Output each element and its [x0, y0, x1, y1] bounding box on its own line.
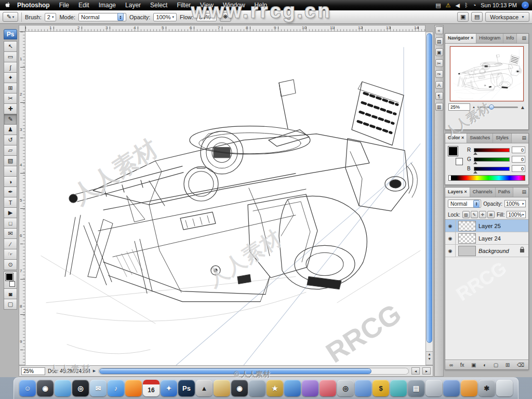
zoom-tool[interactable]: ⊙	[4, 259, 17, 270]
dock-app-blue-icon[interactable]	[55, 380, 71, 396]
vertical-scroll-arrows[interactable]: ▴▾	[426, 351, 433, 365]
menu-layer[interactable]: Layer	[121, 0, 145, 10]
dock-ical-icon[interactable]: 16	[143, 380, 159, 396]
quick-mask-button[interactable]: ◙	[4, 288, 17, 299]
scroll-right-arrow[interactable]: ▸	[422, 367, 431, 375]
brushes-panel-icon[interactable]: ✑	[435, 70, 443, 78]
actions-panel-icon[interactable]: ▣	[435, 48, 443, 56]
dock-orb-icon[interactable]	[284, 380, 301, 396]
menu-image[interactable]: Image	[94, 0, 121, 10]
horizontal-scrollbar-thumb[interactable]	[99, 368, 371, 374]
layer-fill-field[interactable]: 100% ▸	[507, 211, 526, 218]
opacity-field[interactable]: 100% ▾	[153, 13, 177, 21]
menu-view[interactable]: View	[195, 0, 218, 10]
channel-value-field[interactable]: 0	[512, 165, 525, 172]
zoom-out-icon[interactable]: ▲	[472, 105, 475, 109]
color-tab-swatches[interactable]: Swatches	[467, 134, 493, 143]
screen-mode-button[interactable]: ▢	[4, 299, 17, 310]
dock-camera2-icon[interactable]: ◎	[337, 380, 354, 396]
bluetooth-icon[interactable]: ᛒ	[464, 2, 468, 9]
dock-mail-icon[interactable]: ✉	[90, 380, 107, 396]
slider-thumb-icon[interactable]	[473, 162, 477, 164]
dock-photos-icon[interactable]	[214, 380, 230, 396]
menu-filter[interactable]: Filter	[172, 0, 195, 10]
layers-tab-channels[interactable]: Channels	[470, 188, 496, 197]
menu-window[interactable]: Window	[218, 0, 250, 10]
channel-slider[interactable]	[474, 157, 510, 162]
crop-tool[interactable]: ⊞	[4, 83, 17, 94]
eyedropper-tool[interactable]: ∕	[4, 238, 17, 249]
channel-value-field[interactable]: 0	[512, 147, 525, 153]
layer-visibility-toggle[interactable]: ◉	[445, 220, 456, 232]
dock-stacks-icon[interactable]: ▤	[408, 380, 424, 396]
menu-photoshop[interactable]: Photoshop	[12, 0, 55, 10]
channel-slider[interactable]	[474, 167, 510, 171]
clone-source-panel-icon[interactable]: ✂	[435, 59, 443, 67]
dock-finder-icon[interactable]: ☺	[19, 380, 36, 396]
dock-gear-app-icon[interactable]: ✱	[478, 380, 495, 396]
scroll-left-arrow[interactable]: ◂	[411, 367, 420, 375]
character-panel-icon[interactable]: A	[435, 81, 443, 89]
layer-visibility-toggle[interactable]: ◉	[445, 232, 456, 245]
dock-media-icon[interactable]	[249, 380, 265, 396]
dock-firefox-icon[interactable]	[125, 380, 142, 396]
dock-idvd-icon[interactable]: ★	[267, 380, 283, 396]
volume-icon[interactable]: ◀	[456, 2, 460, 9]
quick-selection-tool[interactable]: ✦	[4, 72, 17, 83]
color-tab-color[interactable]: Color ×	[445, 134, 467, 143]
dock-blue2-app-icon[interactable]	[443, 380, 460, 396]
shape-tool[interactable]: □	[4, 218, 17, 229]
flow-field[interactable]: 84% ▾	[196, 13, 217, 21]
zoom-slider-thumb[interactable]	[489, 104, 494, 110]
dock-itunes-icon[interactable]: ♪	[108, 380, 124, 396]
foreground-color-swatch[interactable]	[448, 147, 458, 156]
foreground-color-swatch[interactable]	[6, 273, 13, 281]
blend-mode-dropdown[interactable]: Normal ▲▼	[78, 13, 126, 21]
menu-select[interactable]: Select	[145, 0, 172, 10]
dock-photoshop-icon[interactable]: Ps	[178, 380, 195, 396]
link-layers-icon[interactable]: ∞	[449, 362, 453, 368]
layer-blend-mode-dropdown[interactable]: Normal ▲▼	[448, 200, 481, 208]
menu-help[interactable]: Help	[250, 0, 272, 10]
layer-row[interactable]: ◉Background	[445, 245, 528, 257]
dock-utility-icon[interactable]: ▲	[196, 380, 212, 396]
zoom-in-icon[interactable]: ▲	[520, 104, 525, 110]
layer-row[interactable]: ◉Layer 24	[445, 232, 528, 245]
slider-thumb-icon[interactable]	[473, 152, 477, 155]
navigator-tab-histogram[interactable]: Histogram	[476, 34, 503, 43]
dock-globe-icon[interactable]: ◉	[37, 380, 54, 396]
dock-bluedoc-icon[interactable]	[355, 380, 371, 396]
slice-tool[interactable]: ✂	[4, 93, 17, 104]
ruler-origin-corner[interactable]	[19, 25, 25, 32]
lock-all-icon[interactable]: ⊠	[487, 211, 495, 218]
layers-tab-layers[interactable]: Layers ×	[445, 188, 470, 197]
blur-tool[interactable]: ◔	[4, 166, 17, 177]
channel-value-field[interactable]: 0	[512, 156, 525, 163]
color-spectrum-ramp[interactable]	[448, 175, 525, 181]
dock-silver-app-icon[interactable]	[425, 380, 442, 396]
horizontal-scrollbar[interactable]	[98, 368, 409, 375]
eraser-tool[interactable]: ▱	[4, 145, 17, 156]
layer-visibility-toggle[interactable]: ◉	[445, 245, 456, 257]
layer-style-icon[interactable]: fx	[460, 362, 464, 368]
history-brush-tool[interactable]: ↺	[4, 135, 17, 145]
navigator-tab-navigator[interactable]: Navigator ×	[445, 34, 476, 43]
zoom-level-field[interactable]: 25%	[21, 367, 45, 375]
lasso-tool[interactable]: ʃ	[4, 62, 17, 73]
brushes-palette-button[interactable]: ▣	[457, 12, 469, 22]
clock-icon[interactable]: ◔	[473, 2, 476, 9]
layer-comps-panel-icon[interactable]: ▥	[435, 103, 443, 111]
status-menu-arrow-icon[interactable]: ▶	[93, 369, 96, 373]
brush-size-picker[interactable]: 2 ▾	[45, 13, 57, 21]
gradient-tool[interactable]: ▧	[4, 155, 17, 166]
delete-layer-icon[interactable]: ⌫	[517, 362, 524, 368]
dock-safari-icon[interactable]: ✦	[161, 380, 177, 396]
document-canvas[interactable]	[25, 32, 425, 365]
background-color-swatch[interactable]	[456, 158, 463, 165]
dock-camera-icon[interactable]: ◉	[231, 380, 248, 396]
navigator-zoom-field[interactable]: 25%	[448, 103, 470, 111]
active-tool-preview[interactable]: ✎ ▾	[3, 12, 18, 22]
healing-brush-tool[interactable]: ✚	[4, 103, 17, 114]
lock-transparency-icon[interactable]: ▨	[462, 211, 470, 218]
background-color-swatch[interactable]	[9, 281, 15, 287]
